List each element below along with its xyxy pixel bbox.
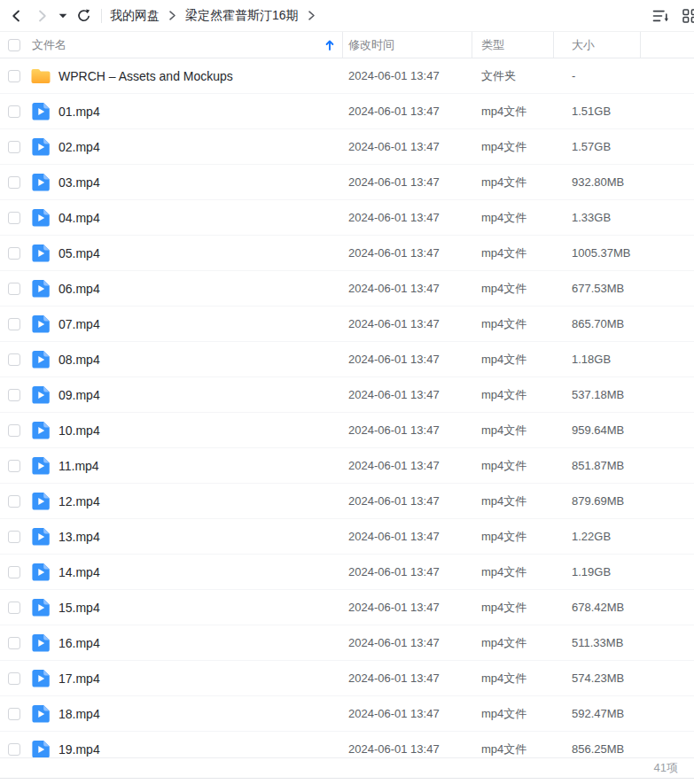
row-checkbox[interactable] <box>8 531 20 543</box>
row-checkbox[interactable] <box>8 566 20 578</box>
row-checkbox[interactable] <box>8 212 20 224</box>
column-header-modified[interactable]: 修改时间 <box>343 32 472 58</box>
table-row[interactable]: 17.mp4 2024-06-01 13:47 mp4文件 574.23MB <box>0 661 694 696</box>
file-size: 879.69MB <box>554 494 641 508</box>
file-list: WPRCH – Assets and Mockups 2024-06-01 13… <box>0 58 694 757</box>
row-checkbox[interactable] <box>8 247 20 260</box>
column-header-size[interactable]: 大小 <box>554 32 641 58</box>
row-checkbox[interactable] <box>8 637 20 649</box>
column-header-type[interactable]: 类型 <box>472 32 554 58</box>
table-row[interactable]: 11.mp4 2024-06-01 13:47 mp4文件 851.87MB <box>0 448 694 484</box>
table-row[interactable]: 16.mp4 2024-06-01 13:47 mp4文件 511.33MB <box>0 625 694 661</box>
row-checkbox[interactable] <box>8 602 20 614</box>
row-checkbox[interactable] <box>8 424 20 437</box>
video-file-icon <box>31 740 51 758</box>
table-row[interactable]: 01.mp4 2024-06-01 13:47 mp4文件 1.51GB <box>0 94 694 129</box>
file-name: 06.mp4 <box>58 282 100 296</box>
table-row[interactable]: 09.mp4 2024-06-01 13:47 mp4文件 537.18MB <box>0 377 694 413</box>
row-checkbox[interactable] <box>8 70 20 82</box>
video-file-icon <box>31 350 51 369</box>
column-label-name: 文件名 <box>32 37 66 53</box>
breadcrumb-item-current[interactable]: 梁定然霍普斯汀16期 <box>185 8 299 24</box>
file-type: mp4文件 <box>472 387 554 403</box>
file-name-cell: 01.mp4 <box>0 101 343 122</box>
table-row[interactable]: 12.mp4 2024-06-01 13:47 mp4文件 879.69MB <box>0 484 694 519</box>
table-row[interactable]: 06.mp4 2024-06-01 13:47 mp4文件 677.53MB <box>0 271 694 307</box>
history-dropdown-button[interactable] <box>58 13 67 19</box>
table-row[interactable]: 13.mp4 2024-06-01 13:47 mp4文件 1.22GB <box>0 519 694 555</box>
file-size: 1.57GB <box>554 140 641 153</box>
file-type: mp4文件 <box>472 281 554 297</box>
video-file-icon <box>31 633 51 653</box>
forward-button[interactable] <box>35 9 50 23</box>
row-checkbox[interactable] <box>8 743 20 756</box>
file-size: - <box>554 69 641 82</box>
file-name-cell: 04.mp4 <box>0 207 343 229</box>
table-row[interactable]: 02.mp4 2024-06-01 13:47 mp4文件 1.57GB <box>0 129 694 165</box>
table-row[interactable]: 15.mp4 2024-06-01 13:47 mp4文件 678.42MB <box>0 590 694 625</box>
table-row[interactable]: 19.mp4 2024-06-01 13:47 mp4文件 856.25MB <box>0 732 694 757</box>
breadcrumb-item-root[interactable]: 我的网盘 <box>110 8 160 24</box>
row-checkbox[interactable] <box>8 176 20 189</box>
file-name-cell: 10.mp4 <box>0 420 343 441</box>
column-header-spacer <box>641 32 694 58</box>
grid-view-button[interactable] <box>682 9 694 23</box>
table-row[interactable]: 07.mp4 2024-06-01 13:47 mp4文件 865.70MB <box>0 307 694 342</box>
column-label-modified: 修改时间 <box>348 37 394 53</box>
row-checkbox[interactable] <box>8 141 20 153</box>
back-icon <box>9 9 24 23</box>
row-checkbox[interactable] <box>8 708 20 720</box>
file-modified: 2024-06-01 13:47 <box>343 601 472 614</box>
toolbar-right-actions <box>652 9 694 23</box>
row-checkbox[interactable] <box>8 318 20 330</box>
file-name-cell: 18.mp4 <box>0 703 343 725</box>
video-file-icon <box>31 527 51 547</box>
video-file-icon <box>31 208 51 228</box>
table-row[interactable]: 18.mp4 2024-06-01 13:47 mp4文件 592.47MB <box>0 696 694 732</box>
breadcrumb-chevron-icon <box>168 11 176 20</box>
video-file-icon <box>31 314 51 334</box>
file-name: 16.mp4 <box>58 636 100 650</box>
table-row[interactable]: 14.mp4 2024-06-01 13:47 mp4文件 1.19GB <box>0 555 694 590</box>
row-checkbox[interactable] <box>8 105 20 118</box>
file-modified: 2024-06-01 13:47 <box>343 282 472 295</box>
row-checkbox[interactable] <box>8 495 20 508</box>
row-checkbox[interactable] <box>8 389 20 401</box>
table-row[interactable]: 05.mp4 2024-06-01 13:47 mp4文件 1005.37MB <box>0 236 694 271</box>
file-type: mp4文件 <box>472 600 554 616</box>
back-button[interactable] <box>9 9 24 23</box>
table-row[interactable]: 08.mp4 2024-06-01 13:47 mp4文件 1.18GB <box>0 342 694 377</box>
row-checkbox[interactable] <box>8 353 20 366</box>
row-checkbox[interactable] <box>8 460 20 472</box>
file-type: mp4文件 <box>472 423 554 439</box>
file-modified: 2024-06-01 13:47 <box>343 565 472 578</box>
file-modified: 2024-06-01 13:47 <box>343 105 472 118</box>
video-file-icon <box>31 704 51 724</box>
file-type: mp4文件 <box>472 352 554 368</box>
file-name: 01.mp4 <box>58 105 100 119</box>
column-header-name[interactable]: 文件名 <box>0 32 343 58</box>
file-name: 04.mp4 <box>58 211 100 225</box>
file-modified: 2024-06-01 13:47 <box>343 671 472 685</box>
file-name: 13.mp4 <box>58 530 100 544</box>
row-checkbox[interactable] <box>8 672 20 685</box>
file-type: mp4文件 <box>472 316 554 332</box>
table-row[interactable]: 04.mp4 2024-06-01 13:47 mp4文件 1.33GB <box>0 200 694 236</box>
file-name-cell: 08.mp4 <box>0 349 343 370</box>
table-row[interactable]: 03.mp4 2024-06-01 13:47 mp4文件 932.80MB <box>0 165 694 200</box>
select-all-checkbox[interactable] <box>8 39 20 51</box>
sort-order-button[interactable] <box>652 9 670 23</box>
file-size: 1.18GB <box>554 353 641 366</box>
file-size: 537.18MB <box>554 388 641 401</box>
file-type: mp4文件 <box>472 671 554 687</box>
file-name: 05.mp4 <box>58 246 100 260</box>
refresh-button[interactable] <box>76 9 91 23</box>
row-checkbox[interactable] <box>8 283 20 295</box>
file-name-cell: 02.mp4 <box>0 136 343 158</box>
table-row[interactable]: WPRCH – Assets and Mockups 2024-06-01 13… <box>0 58 694 94</box>
file-type: mp4文件 <box>472 104 554 120</box>
file-name-cell: 17.mp4 <box>0 668 343 689</box>
file-size: 1.19GB <box>554 565 641 578</box>
table-row[interactable]: 10.mp4 2024-06-01 13:47 mp4文件 959.64MB <box>0 413 694 448</box>
file-name-cell: 06.mp4 <box>0 278 343 299</box>
